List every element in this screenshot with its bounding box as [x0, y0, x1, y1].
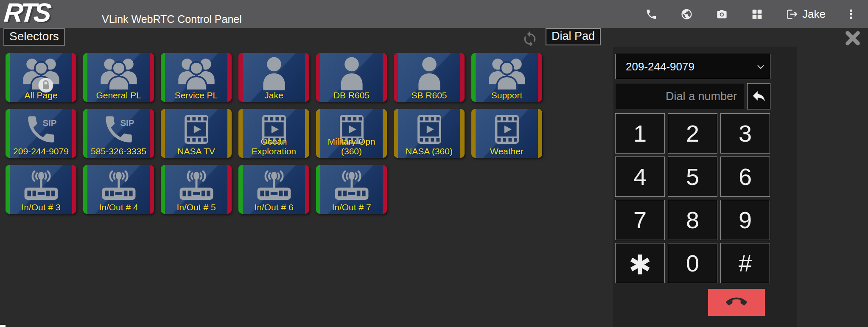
vlink-control-panel: RTS VLink WebRTC Control Panel Jake Sele… — [0, 0, 868, 327]
selector-all-page[interactable]: All Page — [6, 53, 76, 102]
person-icon — [243, 54, 305, 92]
status-bar-left — [471, 53, 476, 102]
dial-number-input[interactable] — [615, 83, 744, 109]
key-3[interactable]: 3 — [720, 113, 770, 154]
key-label: 0 — [686, 249, 699, 277]
status-bar-left — [316, 109, 320, 158]
key-2[interactable]: 2 — [668, 113, 717, 154]
key-star[interactable]: ✱ — [615, 243, 665, 283]
selector-nasa-tv[interactable]: NASA TV — [161, 109, 232, 158]
status-bar-right — [538, 109, 542, 158]
camera-icon — [716, 8, 728, 20]
status-bar-right — [150, 53, 154, 102]
status-bar-right — [305, 165, 309, 214]
status-bar-left — [6, 165, 10, 214]
selector-label: In/Out # 4 — [88, 202, 149, 212]
status-bar-right — [305, 53, 309, 102]
logout-icon — [786, 8, 798, 20]
status-bar-left — [316, 53, 320, 102]
selector-label: In/Out # 7 — [321, 202, 382, 212]
kebab-menu-button[interactable] — [848, 8, 854, 20]
selector-support[interactable]: Support — [471, 53, 542, 102]
key-label: 6 — [739, 163, 752, 190]
selector-jake[interactable]: Jake — [238, 53, 309, 102]
status-bar-right — [383, 109, 387, 158]
undo-icon — [751, 88, 767, 105]
status-bar-left — [161, 165, 165, 214]
phone-button[interactable] — [645, 8, 658, 20]
selector-label: Support — [476, 90, 538, 101]
status-bar-right — [72, 53, 76, 102]
key-label: ✱ — [629, 249, 652, 281]
selector-585-326-3335[interactable]: 585-326-3335 — [83, 109, 154, 158]
selector-nasa-360[interactable]: NASA (360) — [394, 109, 465, 158]
status-bar-left — [6, 53, 10, 102]
selector-db-r605[interactable]: DB R605 — [316, 53, 387, 102]
logout-button[interactable]: Jake — [786, 8, 826, 21]
key-hash[interactable]: # — [720, 243, 770, 283]
selector-label: In/Out # 6 — [243, 202, 305, 212]
selector-label: 209-244-9079 — [10, 146, 72, 157]
selector-in-out-7[interactable]: In/Out # 7 — [316, 165, 387, 214]
status-bar-left — [394, 109, 398, 158]
camera-button[interactable] — [716, 8, 728, 20]
key-label: 2 — [686, 120, 699, 147]
line-selector[interactable]: 209-244-9079 — [615, 54, 770, 79]
status-bar-left — [83, 109, 87, 158]
selector-label: Military Opn (360) — [321, 137, 382, 157]
status-bar-right — [383, 53, 387, 102]
refresh-button[interactable] — [521, 31, 538, 48]
person-icon — [398, 54, 460, 92]
selector-sb-r605[interactable]: SB R605 — [394, 53, 465, 102]
status-bar-left — [471, 109, 476, 158]
key-9[interactable]: 9 — [720, 200, 770, 240]
antenna-icon — [10, 166, 72, 204]
selector-209-244-9079[interactable]: 209-244-9079 — [6, 109, 76, 158]
status-bar-left — [238, 53, 243, 102]
key-7[interactable]: 7 — [615, 200, 665, 240]
selector-in-out-5[interactable]: In/Out # 5 — [161, 165, 232, 214]
group-icon — [165, 54, 227, 92]
selector-label: NASA TV — [165, 146, 227, 157]
antenna-icon — [243, 166, 305, 204]
hangup-button[interactable] — [708, 289, 765, 316]
status-bar-right — [460, 109, 465, 158]
lock-icon — [38, 77, 54, 93]
antenna-icon — [165, 166, 227, 204]
sip-phone-icon — [87, 110, 150, 148]
antenna-icon — [320, 166, 383, 204]
status-bar-right — [227, 109, 232, 158]
selector-label: Weather — [476, 146, 538, 157]
status-bar-left — [161, 109, 165, 158]
selector-in-out-3[interactable]: In/Out # 3 — [6, 165, 76, 214]
status-bar-right — [72, 165, 76, 214]
selector-service-pl[interactable]: Service PL — [161, 53, 232, 102]
selector-general-pl[interactable]: General PL — [83, 53, 154, 102]
globe-button[interactable] — [680, 8, 693, 20]
group-icon — [87, 54, 150, 92]
top-bar-actions: Jake — [645, 0, 854, 28]
selector-row: All Page General PL Service PL Jake DB R… — [6, 53, 542, 102]
selector-in-out-6[interactable]: In/Out # 6 — [238, 165, 309, 214]
close-button[interactable] — [844, 29, 862, 47]
key-0[interactable]: 0 — [668, 243, 717, 283]
selector-in-out-4[interactable]: In/Out # 4 — [83, 165, 154, 214]
key-8[interactable]: 8 — [668, 200, 717, 240]
key-1[interactable]: 1 — [615, 113, 665, 154]
key-5[interactable]: 5 — [668, 157, 717, 197]
media-icon — [398, 110, 460, 148]
key-label: 9 — [739, 206, 752, 234]
selector-military-opn-360[interactable]: Military Opn (360) — [316, 109, 387, 158]
selector-ocean-exploration[interactable]: Ocean Exploration — [238, 109, 309, 158]
selector-weather[interactable]: Weather — [471, 109, 542, 158]
key-6[interactable]: 6 — [720, 157, 770, 197]
selector-grid: All Page General PL Service PL Jake DB R… — [6, 53, 542, 214]
sip-phone-icon — [10, 110, 72, 148]
user-label: Jake — [802, 8, 826, 21]
key-4[interactable]: 4 — [615, 157, 665, 197]
apps-grid-button[interactable] — [751, 8, 763, 20]
refresh-icon — [521, 42, 538, 49]
backspace-button[interactable] — [747, 83, 770, 109]
key-label: 4 — [633, 163, 647, 190]
selector-label: Ocean Exploration — [243, 137, 305, 157]
